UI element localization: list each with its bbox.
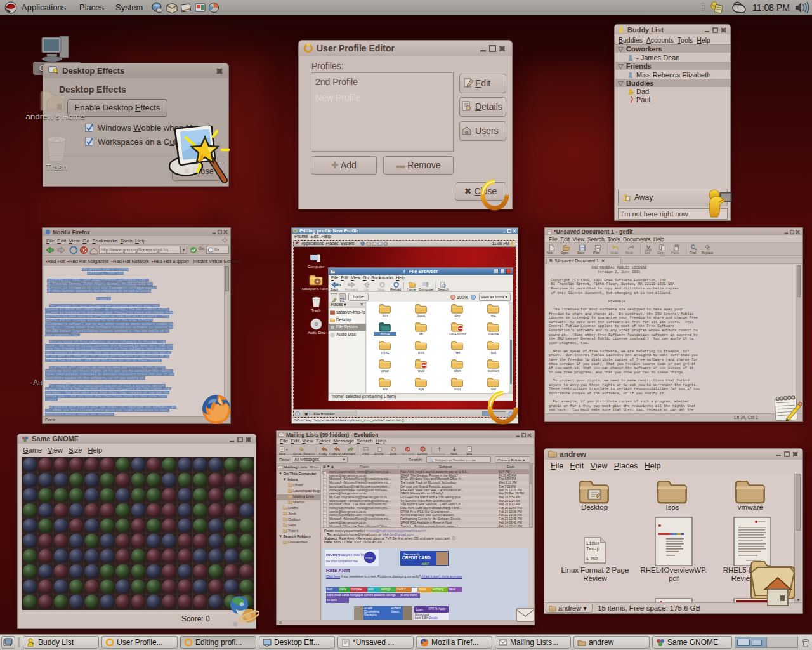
svg-text:1 PUR: 1 PUR <box>586 557 598 561</box>
svg-text:Linux: Linux <box>586 541 599 546</box>
svg-text:Two-p: Two-p <box>586 547 599 552</box>
svg-text:100%: 100% <box>457 295 468 300</box>
svg-text:com: com <box>365 556 372 560</box>
